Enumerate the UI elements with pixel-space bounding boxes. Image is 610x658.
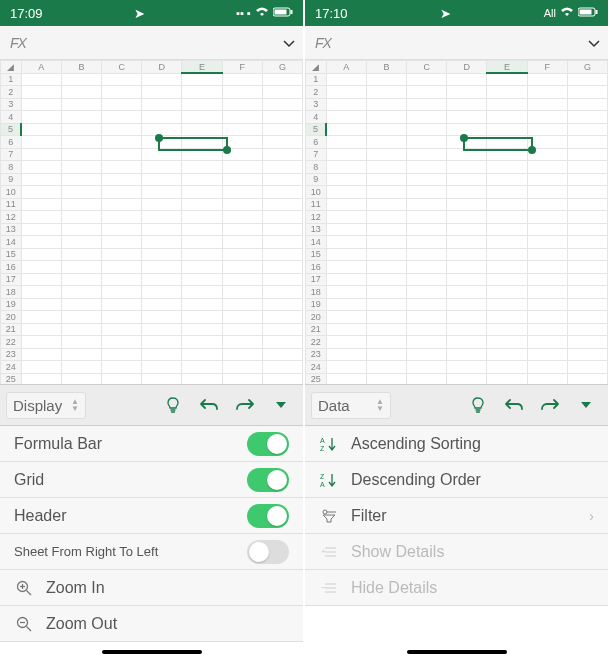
row-header-18[interactable]: 18 <box>1 286 22 299</box>
cell-B17[interactable] <box>366 273 406 286</box>
toggle-switch[interactable] <box>247 540 289 564</box>
col-header-E[interactable]: E <box>182 61 222 74</box>
undo-button[interactable] <box>193 389 225 421</box>
cell-D1[interactable] <box>142 73 182 86</box>
cell-F9[interactable] <box>222 173 262 186</box>
cell-G21[interactable] <box>567 323 607 336</box>
row-header-12[interactable]: 12 <box>306 211 327 224</box>
cell-D18[interactable] <box>447 286 487 299</box>
row-header-6[interactable]: 6 <box>1 136 22 149</box>
cell-A6[interactable] <box>21 136 61 149</box>
cell-F12[interactable] <box>527 211 567 224</box>
cell-E15[interactable] <box>487 248 527 261</box>
col-header-B[interactable]: B <box>366 61 406 74</box>
header-toggle-row[interactable]: Header <box>0 498 303 534</box>
cell-E17[interactable] <box>182 273 222 286</box>
cell-G2[interactable] <box>567 86 607 99</box>
cell-C15[interactable] <box>407 248 447 261</box>
row-header-15[interactable]: 15 <box>306 248 327 261</box>
cell-B7[interactable] <box>61 148 101 161</box>
cell-C20[interactable] <box>407 311 447 324</box>
cell-C15[interactable] <box>102 248 142 261</box>
row-header-16[interactable]: 16 <box>306 261 327 274</box>
cell-E22[interactable] <box>487 336 527 349</box>
cell-G8[interactable] <box>262 161 302 174</box>
cell-C6[interactable] <box>102 136 142 149</box>
cell-D8[interactable] <box>447 161 487 174</box>
cell-D9[interactable] <box>447 173 487 186</box>
cell-E5[interactable] <box>182 123 222 136</box>
cell-F19[interactable] <box>527 298 567 311</box>
cell-F13[interactable] <box>527 223 567 236</box>
toggle-switch[interactable] <box>247 504 289 528</box>
cell-G6[interactable] <box>567 136 607 149</box>
cell-E24[interactable] <box>487 361 527 374</box>
cell-F17[interactable] <box>527 273 567 286</box>
cell-B3[interactable] <box>61 98 101 111</box>
cell-C13[interactable] <box>407 223 447 236</box>
cell-E17[interactable] <box>487 273 527 286</box>
cell-A23[interactable] <box>326 348 366 361</box>
cell-B19[interactable] <box>366 298 406 311</box>
cell-D14[interactable] <box>142 236 182 249</box>
cell-A4[interactable] <box>21 111 61 124</box>
cell-F3[interactable] <box>222 98 262 111</box>
cell-C2[interactable] <box>102 86 142 99</box>
cell-E20[interactable] <box>182 311 222 324</box>
cell-A21[interactable] <box>21 323 61 336</box>
cell-F4[interactable] <box>222 111 262 124</box>
cell-D9[interactable] <box>142 173 182 186</box>
cell-D24[interactable] <box>142 361 182 374</box>
cell-F5[interactable] <box>527 123 567 136</box>
cell-C12[interactable] <box>407 211 447 224</box>
cell-A14[interactable] <box>21 236 61 249</box>
cell-G5[interactable] <box>567 123 607 136</box>
cell-A17[interactable] <box>21 273 61 286</box>
cell-D2[interactable] <box>447 86 487 99</box>
cell-G25[interactable] <box>567 373 607 384</box>
cell-B19[interactable] <box>61 298 101 311</box>
cell-B24[interactable] <box>366 361 406 374</box>
row-header-13[interactable]: 13 <box>306 223 327 236</box>
cell-E4[interactable] <box>487 111 527 124</box>
cell-D6[interactable] <box>447 136 487 149</box>
cell-B15[interactable] <box>366 248 406 261</box>
cell-C25[interactable] <box>102 373 142 384</box>
row-header-7[interactable]: 7 <box>1 148 22 161</box>
cell-A6[interactable] <box>326 136 366 149</box>
cell-A5[interactable] <box>21 123 61 136</box>
select-all-corner[interactable]: ◢ <box>306 61 327 74</box>
cell-C16[interactable] <box>407 261 447 274</box>
cell-D24[interactable] <box>447 361 487 374</box>
cell-F21[interactable] <box>222 323 262 336</box>
row-header-17[interactable]: 17 <box>306 273 327 286</box>
chevron-down-icon[interactable] <box>588 34 600 52</box>
cell-F1[interactable] <box>527 73 567 86</box>
cell-E19[interactable] <box>487 298 527 311</box>
cell-E2[interactable] <box>182 86 222 99</box>
cell-E8[interactable] <box>182 161 222 174</box>
cell-B11[interactable] <box>61 198 101 211</box>
cell-E11[interactable] <box>487 198 527 211</box>
col-header-D[interactable]: D <box>142 61 182 74</box>
cell-B18[interactable] <box>366 286 406 299</box>
cell-F10[interactable] <box>527 186 567 199</box>
cell-D1[interactable] <box>447 73 487 86</box>
col-header-A[interactable]: A <box>326 61 366 74</box>
cell-A21[interactable] <box>326 323 366 336</box>
formula-input[interactable] <box>34 31 283 55</box>
cell-D8[interactable] <box>142 161 182 174</box>
undo-button[interactable] <box>498 389 530 421</box>
cell-D25[interactable] <box>142 373 182 384</box>
cell-E23[interactable] <box>487 348 527 361</box>
cell-D15[interactable] <box>142 248 182 261</box>
col-header-B[interactable]: B <box>61 61 101 74</box>
cell-G4[interactable] <box>567 111 607 124</box>
cell-C19[interactable] <box>407 298 447 311</box>
cell-A4[interactable] <box>326 111 366 124</box>
tab-selector[interactable]: Display ▲▼ <box>6 392 86 419</box>
cell-G11[interactable] <box>567 198 607 211</box>
col-header-D[interactable]: D <box>447 61 487 74</box>
cell-G20[interactable] <box>262 311 302 324</box>
cell-G11[interactable] <box>262 198 302 211</box>
